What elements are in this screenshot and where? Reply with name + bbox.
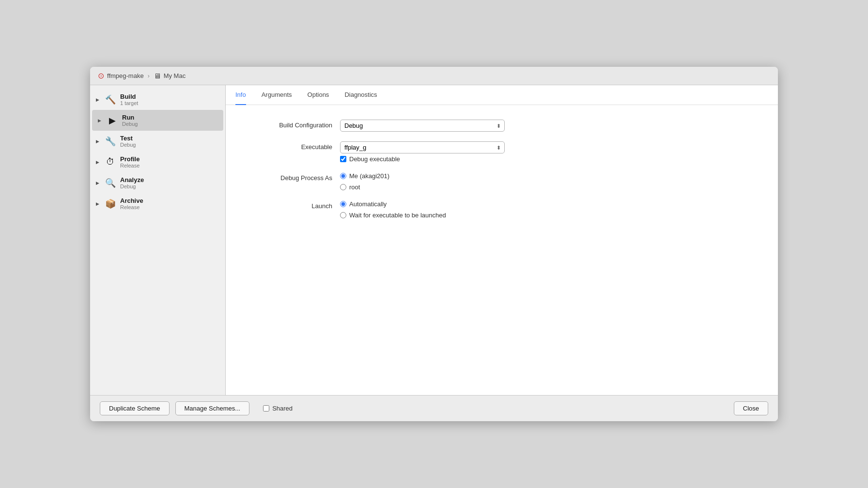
debug-executable-row: Debug executable (340, 155, 534, 163)
form-area: Build Configuration Debug Release ⬍ Ex (226, 105, 778, 395)
radio-me-label: Me (akagi201) (349, 172, 389, 180)
debug-process-radio-group: Me (akagi201) root (340, 172, 534, 191)
sidebar: ▶ 🔨 Build 1 target ▶ ▶ Run Debug ▶ 🔧 (90, 85, 226, 395)
build-icon: 🔨 (105, 94, 116, 105)
executable-row: Executable ffplay_g ⬍ Debug executable (245, 141, 759, 163)
test-icon: 🔧 (105, 136, 116, 147)
launch-row: Launch Automatically Wait for executable… (245, 200, 759, 219)
project-name: ffmpeg-make (107, 72, 144, 79)
tab-diagnostics[interactable]: Diagnostics (344, 85, 377, 105)
chevron-icon: ▶ (96, 97, 101, 102)
profile-item-name: Profile (120, 155, 140, 163)
main-area: ▶ 🔨 Build 1 target ▶ ▶ Run Debug ▶ 🔧 (90, 85, 778, 395)
launch-radio-group: Automatically Wait for executable to be … (340, 200, 534, 219)
analyze-item-name: Analyze (120, 176, 144, 183)
run-item-name: Run (122, 114, 138, 121)
duplicate-scheme-button[interactable]: Duplicate Scheme (100, 401, 170, 415)
chevron-icon: ▶ (96, 160, 101, 165)
debug-process-label: Debug Process As (245, 172, 332, 182)
launch-control: Automatically Wait for executable to be … (340, 200, 534, 219)
radio-launch-auto[interactable] (340, 201, 346, 207)
chevron-icon: ▶ (96, 201, 101, 206)
executable-select-wrapper: ffplay_g ⬍ (340, 141, 505, 153)
test-item-sub: Debug (120, 142, 136, 148)
breadcrumb-sep: › (148, 73, 150, 79)
run-icon: ▶ (107, 115, 118, 126)
tab-options[interactable]: Options (308, 85, 329, 105)
build-item-name: Build (120, 93, 138, 100)
analyze-icon: 🔍 (105, 178, 116, 188)
build-item-sub: 1 target (120, 100, 138, 106)
radio-root-label: root (349, 183, 360, 191)
debug-executable-label: Debug executable (349, 155, 400, 163)
run-item-text: Run Debug (122, 114, 138, 127)
test-item-text: Test Debug (120, 135, 136, 148)
build-config-select[interactable]: Debug Release (340, 120, 505, 132)
tab-info[interactable]: Info (235, 85, 246, 105)
machine-name: My Mac (164, 72, 186, 79)
executable-select[interactable]: ffplay_g (340, 141, 505, 153)
shared-label: Shared (272, 405, 293, 412)
radio-row-me: Me (akagi201) (340, 172, 534, 180)
radio-launch-wait-label: Wait for executable to be launched (349, 212, 446, 219)
bottom-bar: Duplicate Scheme Manage Schemes... Share… (90, 395, 778, 421)
radio-launch-wait[interactable] (340, 212, 346, 218)
archive-item-sub: Release (120, 204, 143, 210)
sidebar-item-build[interactable]: ▶ 🔨 Build 1 target (90, 89, 225, 110)
archive-item-name: Archive (120, 197, 143, 204)
debug-process-control: Me (akagi201) root (340, 172, 534, 191)
launch-label: Launch (245, 200, 332, 210)
mac-icon: 🖥 (154, 72, 161, 80)
manage-schemes-button[interactable]: Manage Schemes... (175, 401, 250, 415)
profile-item-sub: Release (120, 163, 140, 168)
build-config-label: Build Configuration (245, 120, 332, 129)
profile-icon: ⏱ (105, 157, 116, 167)
tab-arguments[interactable]: Arguments (262, 85, 292, 105)
close-button[interactable]: Close (734, 401, 768, 415)
archive-icon: 📦 (105, 198, 116, 209)
archive-item-text: Archive Release (120, 197, 143, 210)
radio-row-wait: Wait for executable to be launched (340, 212, 534, 219)
analyze-item-text: Analyze Debug (120, 176, 144, 189)
debug-executable-checkbox[interactable] (340, 156, 346, 162)
analyze-item-sub: Debug (120, 183, 144, 189)
executable-control: ffplay_g ⬍ Debug executable (340, 141, 534, 163)
radio-root[interactable] (340, 184, 346, 190)
sidebar-item-analyze[interactable]: ▶ 🔍 Analyze Debug (90, 172, 225, 193)
executable-label: Executable (245, 141, 332, 151)
shared-row: Shared (263, 405, 293, 412)
radio-launch-auto-label: Automatically (349, 200, 387, 208)
build-item-text: Build 1 target (120, 93, 138, 106)
build-config-row: Build Configuration Debug Release ⬍ (245, 120, 759, 132)
content-panel: Info Arguments Options Diagnostics Build… (226, 85, 778, 395)
debug-process-row: Debug Process As Me (akagi201) root (245, 172, 759, 191)
tabs-bar: Info Arguments Options Diagnostics (226, 85, 778, 105)
build-config-select-wrapper: Debug Release ⬍ (340, 120, 505, 132)
run-item-sub: Debug (122, 121, 138, 127)
radio-me[interactable] (340, 173, 346, 179)
title-bar: ⊙ ffmpeg-make › 🖥 My Mac (90, 67, 778, 85)
test-item-name: Test (120, 135, 136, 142)
sidebar-item-archive[interactable]: ▶ 📦 Archive Release (90, 193, 225, 214)
radio-row-root: root (340, 183, 534, 191)
radio-row-auto: Automatically (340, 200, 534, 208)
sidebar-item-run[interactable]: ▶ ▶ Run Debug (92, 110, 223, 131)
sidebar-item-test[interactable]: ▶ 🔧 Test Debug (90, 131, 225, 152)
chevron-icon: ▶ (96, 139, 101, 144)
profile-item-text: Profile Release (120, 155, 140, 168)
chevron-icon: ▶ (98, 118, 103, 123)
shared-checkbox[interactable] (263, 405, 269, 412)
sidebar-item-profile[interactable]: ▶ ⏱ Profile Release (90, 152, 225, 172)
target-icon: ⊙ (98, 72, 104, 80)
build-config-control: Debug Release ⬍ (340, 120, 534, 132)
chevron-icon: ▶ (96, 181, 101, 185)
